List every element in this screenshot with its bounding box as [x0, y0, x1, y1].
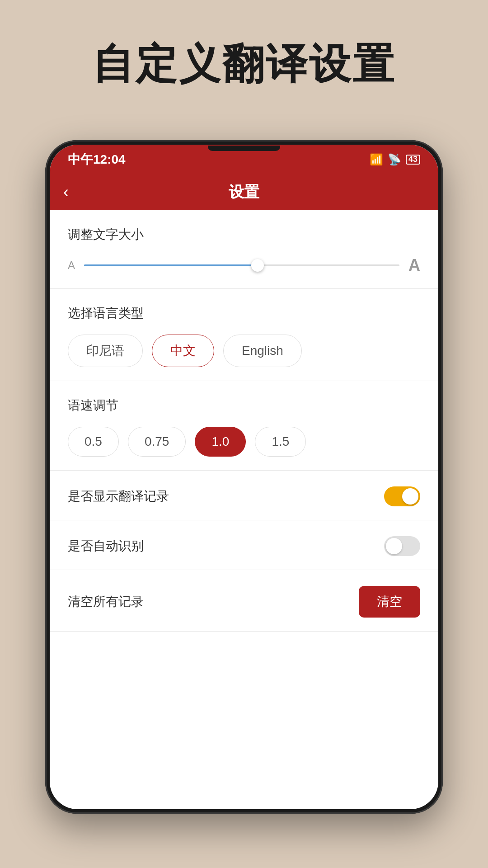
slider-fill — [84, 264, 258, 266]
font-small-label: A — [68, 259, 75, 272]
auto-detect-label: 是否自动识别 — [68, 538, 144, 555]
status-time: 中午12:04 — [68, 151, 126, 168]
speed-btn-0-75[interactable]: 0.75 — [128, 427, 186, 457]
speed-options: 0.5 0.75 1.0 1.5 — [68, 427, 420, 457]
language-title: 选择语言类型 — [68, 305, 420, 322]
speed-btn-1-5[interactable]: 1.5 — [255, 427, 306, 457]
show-history-section: 是否显示翻译记录 — [50, 471, 438, 520]
back-button[interactable]: ‹ — [63, 183, 69, 202]
show-history-row: 是否显示翻译记录 — [68, 486, 420, 506]
phone-screen: 中午12:04 📶 📡 43 ‹ 设置 调整文字大小 A — [50, 145, 438, 809]
show-history-toggle[interactable] — [384, 486, 420, 506]
auto-detect-section: 是否自动识别 — [50, 520, 438, 570]
auto-detect-row: 是否自动识别 — [68, 536, 420, 556]
slider-thumb[interactable] — [251, 259, 264, 272]
phone-frame: 中午12:04 📶 📡 43 ‹ 设置 调整文字大小 A — [45, 140, 443, 814]
app-bar-title: 设置 — [229, 182, 259, 203]
page-title: 自定义翻译设置 — [0, 36, 488, 92]
settings-content: 调整文字大小 A A 选择语言类型 印尼语 中文 English — [50, 210, 438, 809]
font-large-label: A — [408, 256, 420, 275]
speed-title: 语速调节 — [68, 397, 420, 414]
status-icons: 📶 📡 43 — [370, 153, 420, 166]
auto-detect-toggle[interactable] — [384, 536, 420, 556]
app-bar: ‹ 设置 — [50, 174, 438, 210]
language-options: 印尼语 中文 English — [68, 335, 420, 367]
toggle-knob-on — [402, 488, 418, 505]
font-size-title: 调整文字大小 — [68, 226, 420, 243]
font-size-section: 调整文字大小 A A — [50, 210, 438, 289]
language-section: 选择语言类型 印尼语 中文 English — [50, 289, 438, 381]
font-size-slider[interactable] — [84, 264, 399, 266]
lang-btn-chinese[interactable]: 中文 — [152, 335, 214, 367]
speed-btn-0-5[interactable]: 0.5 — [68, 427, 119, 457]
clear-records-row: 清空所有记录 清空 — [68, 586, 420, 618]
toggle-knob-off — [386, 538, 402, 554]
lang-btn-english[interactable]: English — [223, 335, 302, 367]
show-history-label: 是否显示翻译记录 — [68, 488, 169, 505]
bottom-spacer — [50, 632, 438, 722]
clear-button[interactable]: 清空 — [359, 586, 420, 618]
clear-records-section: 清空所有记录 清空 — [50, 570, 438, 632]
font-size-slider-row: A A — [68, 256, 420, 275]
speed-section: 语速调节 0.5 0.75 1.0 1.5 — [50, 381, 438, 471]
signal-icon: 📶 — [370, 153, 383, 166]
speed-btn-1-0[interactable]: 1.0 — [195, 427, 246, 457]
battery-icon: 43 — [406, 155, 420, 165]
lang-btn-indonesian[interactable]: 印尼语 — [68, 335, 143, 367]
wifi-icon: 📡 — [388, 153, 401, 166]
phone-notch — [208, 146, 280, 151]
clear-records-label: 清空所有记录 — [68, 593, 144, 610]
